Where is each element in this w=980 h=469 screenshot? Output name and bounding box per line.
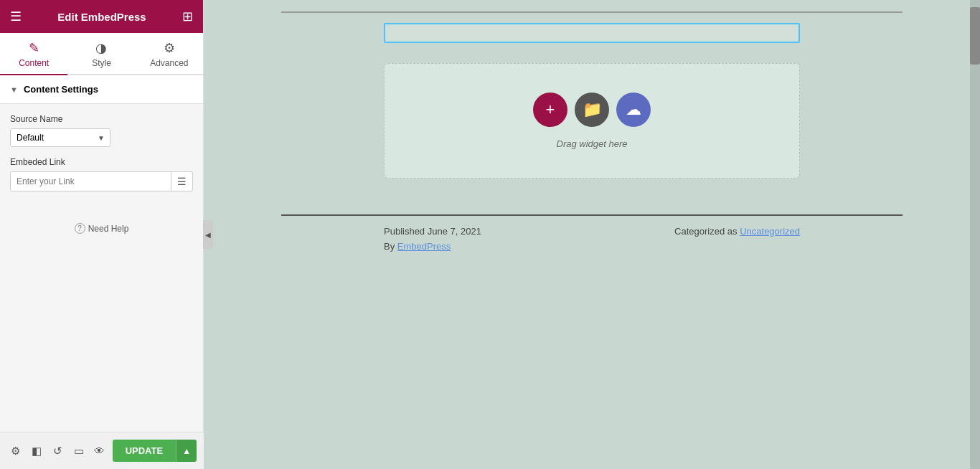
embed-link-input[interactable] bbox=[10, 171, 171, 191]
canvas: + 📁 ☁ Drag widget here Published June 7,… bbox=[204, 0, 980, 469]
right-scrollbar[interactable] bbox=[970, 0, 980, 469]
settings-button[interactable]: ⚙ bbox=[7, 440, 24, 463]
canvas-bottom-divider bbox=[281, 214, 903, 216]
tabs-bar: ✎ Content ◑ Style ⚙ Advanced bbox=[0, 33, 203, 75]
section-chevron-icon: ▼ bbox=[10, 85, 18, 94]
categorized-text: Categorized as Uncategorized bbox=[674, 226, 800, 237]
cloud-widget-button[interactable]: ☁ bbox=[616, 93, 651, 127]
content-settings-section[interactable]: ▼ Content Settings bbox=[0, 75, 203, 104]
by-line: By EmbedPress bbox=[384, 241, 481, 252]
folder-icon: 📁 bbox=[583, 100, 602, 119]
folder-widget-button[interactable]: 📁 bbox=[575, 93, 609, 127]
advanced-tab-icon: ⚙ bbox=[164, 40, 175, 56]
source-name-field: Source Name Default ▼ bbox=[10, 114, 193, 147]
selected-element-bar[interactable] bbox=[384, 23, 800, 43]
embed-link-input-row: ☰ bbox=[10, 171, 193, 191]
grid-icon[interactable]: ⊞ bbox=[182, 9, 193, 24]
style-tab-label: Style bbox=[92, 58, 111, 68]
published-left: Published June 7, 2021 By EmbedPress bbox=[384, 226, 481, 252]
published-section: Published June 7, 2021 By EmbedPress Cat… bbox=[384, 226, 800, 252]
need-help-label: Need Help bbox=[88, 224, 129, 234]
content-tab-label: Content bbox=[19, 58, 49, 68]
tab-content[interactable]: ✎ Content bbox=[0, 33, 67, 75]
canvas-top-divider bbox=[281, 11, 903, 13]
section-title: Content Settings bbox=[24, 84, 98, 95]
advanced-tab-label: Advanced bbox=[150, 58, 188, 68]
published-label: Published June 7, 2021 bbox=[384, 226, 481, 237]
bottom-bar: ⚙ ◧ ↺ ▭ 👁 UPDATE ▲ bbox=[0, 432, 204, 469]
drag-widget-text: Drag widget here bbox=[557, 138, 628, 149]
collapse-handle[interactable]: ◀ bbox=[203, 220, 213, 249]
collapse-arrow-icon: ◀ bbox=[205, 231, 211, 239]
layers-button[interactable]: ◧ bbox=[28, 440, 44, 463]
desktop-button[interactable]: ▭ bbox=[70, 440, 87, 463]
update-button[interactable]: UPDATE bbox=[113, 440, 176, 462]
update-btn-wrap: UPDATE ▲ bbox=[113, 440, 197, 462]
help-icon: ? bbox=[75, 223, 85, 234]
embed-link-label: Embeded Link bbox=[10, 157, 193, 167]
need-help-section[interactable]: ? Need Help bbox=[0, 212, 203, 245]
tab-advanced[interactable]: ⚙ Advanced bbox=[136, 33, 203, 75]
source-name-label: Source Name bbox=[10, 114, 193, 124]
section-body: Source Name Default ▼ Embeded Link ☰ bbox=[0, 104, 203, 212]
panel-header: ☰ Edit EmbedPress ⊞ bbox=[0, 0, 203, 33]
tab-style[interactable]: ◑ Style bbox=[67, 33, 135, 75]
embedpress-link[interactable]: EmbedPress bbox=[397, 241, 451, 252]
scrollbar-thumb[interactable] bbox=[970, 7, 980, 65]
widget-buttons: + 📁 ☁ bbox=[533, 93, 651, 127]
widget-drop-area[interactable]: + 📁 ☁ Drag widget here bbox=[384, 63, 800, 179]
categorized-label: Categorized as bbox=[674, 226, 737, 237]
update-arrow-button[interactable]: ▲ bbox=[176, 440, 197, 462]
source-name-select[interactable]: Default bbox=[10, 128, 110, 147]
history-button[interactable]: ↺ bbox=[50, 440, 66, 463]
hamburger-icon[interactable]: ☰ bbox=[10, 9, 22, 24]
by-text: By bbox=[384, 241, 395, 252]
style-tab-icon: ◑ bbox=[95, 40, 107, 56]
left-panel: ☰ Edit EmbedPress ⊞ ✎ Content ◑ Style ⚙ … bbox=[0, 0, 204, 469]
add-widget-button[interactable]: + bbox=[533, 93, 567, 127]
panel-content: ▼ Content Settings Source Name Default ▼… bbox=[0, 75, 203, 469]
embed-link-field: Embeded Link ☰ bbox=[10, 157, 193, 191]
published-right: Categorized as Uncategorized bbox=[674, 226, 800, 252]
eye-button[interactable]: 👁 bbox=[91, 440, 108, 463]
content-tab-icon: ✎ bbox=[29, 40, 39, 56]
cloud-icon: ☁ bbox=[626, 100, 641, 119]
panel-title: Edit EmbedPress bbox=[57, 11, 146, 23]
embed-link-list-button[interactable]: ☰ bbox=[171, 171, 193, 191]
uncategorized-link[interactable]: Uncategorized bbox=[740, 226, 800, 237]
source-name-select-wrapper: Default ▼ bbox=[10, 128, 110, 147]
